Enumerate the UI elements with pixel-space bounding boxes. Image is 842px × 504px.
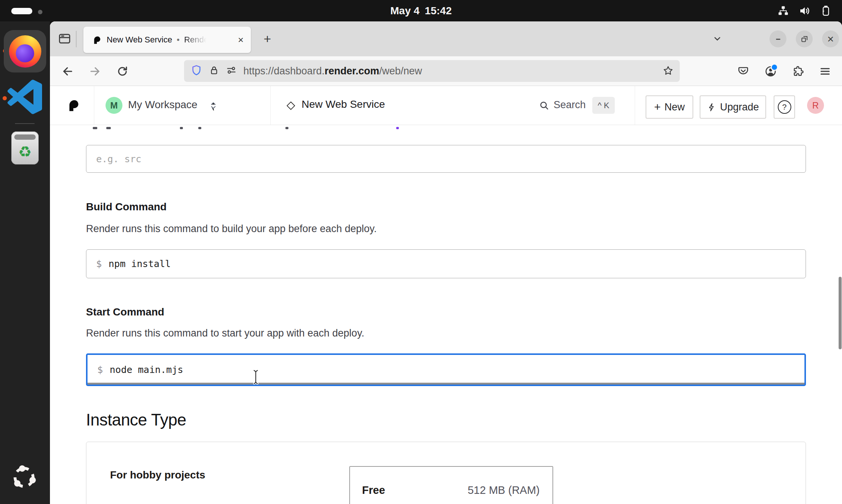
text-cursor	[252, 369, 259, 386]
reload-button[interactable]	[116, 65, 128, 77]
clipped-text-fragment	[106, 127, 111, 129]
menu-button[interactable]	[819, 65, 831, 77]
forward-button[interactable]	[89, 65, 101, 77]
clipped-link-fragment	[396, 127, 399, 129]
search-icon	[539, 100, 549, 111]
page-scrollbar-thumb[interactable]	[839, 277, 842, 349]
vscode-icon	[8, 80, 42, 114]
build-command-input[interactable]	[109, 258, 806, 269]
lock-icon[interactable]	[209, 65, 219, 77]
pocket-icon	[737, 65, 749, 77]
render-logo[interactable]	[66, 98, 80, 112]
url-domain: render.com	[324, 65, 379, 77]
window-close-button[interactable]: ×	[822, 30, 839, 47]
upgrade-button[interactable]: Upgrade	[700, 95, 766, 119]
build-command-heading: Build Command	[86, 201, 167, 213]
page-title: New Web Service	[302, 98, 385, 110]
battery-charging-icon	[821, 5, 831, 17]
instance-group-label: For hobby projects	[110, 469, 205, 481]
account-button[interactable]	[765, 65, 777, 77]
start-command-description: Render runs this command to start your a…	[86, 327, 364, 339]
window-minimize-button[interactable]	[770, 30, 786, 47]
url-text: https://dashboard.render.com/web/new	[243, 65, 422, 77]
shell-prompt: $	[97, 364, 103, 375]
dock-item-trash[interactable]: ♻	[11, 131, 39, 164]
header-divider	[94, 86, 94, 125]
start-command-input[interactable]	[110, 364, 804, 375]
bookmark-star-button[interactable]	[662, 65, 674, 78]
upgrade-button-label: Upgrade	[720, 101, 759, 113]
back-arrow-icon	[62, 65, 74, 77]
puzzle-icon	[792, 65, 804, 77]
clipped-text-fragment	[180, 127, 183, 129]
permissions-icon[interactable]	[226, 65, 237, 77]
tracking-protection-shield-icon[interactable]	[191, 65, 202, 77]
star-icon	[662, 65, 674, 76]
shell-prompt: $	[96, 258, 102, 269]
root-directory-field[interactable]	[86, 145, 806, 173]
url-bar[interactable]: https://dashboard.render.com/web/new	[184, 60, 680, 82]
dock: ♻	[0, 21, 50, 504]
dock-item-show-apps[interactable]	[9, 462, 39, 492]
ubuntu-logo-icon	[9, 462, 39, 492]
window-restore-button[interactable]	[796, 30, 813, 47]
build-command-field[interactable]: $	[86, 249, 806, 278]
new-button[interactable]: + New	[646, 95, 693, 119]
restore-icon	[800, 35, 809, 43]
system-status-area[interactable]	[777, 0, 831, 21]
browser-tab[interactable]: New Web Service • Rende ×	[83, 27, 251, 53]
search-label[interactable]: Search	[554, 99, 586, 111]
tab-bar-separator	[76, 31, 77, 47]
instance-type-heading: Instance Type	[86, 410, 186, 429]
search-button[interactable]	[539, 100, 549, 112]
back-button[interactable]	[62, 65, 74, 77]
workspace-selector[interactable]	[208, 101, 218, 112]
tab-bar: New Web Service • Rende × +	[50, 21, 842, 56]
start-command-heading: Start Command	[86, 306, 164, 318]
root-directory-input[interactable]	[96, 154, 806, 164]
search-shortcut-badge: ^ K	[592, 97, 615, 114]
help-button[interactable]: ?	[774, 95, 795, 119]
account-notification-badge	[771, 63, 778, 71]
reload-icon	[116, 65, 128, 77]
dock-divider	[15, 123, 35, 124]
tab-title-separator: •	[177, 35, 180, 45]
user-avatar[interactable]: R	[807, 97, 824, 114]
network-icon	[777, 5, 789, 16]
extensions-button[interactable]	[792, 65, 804, 77]
chevron-up-down-icon	[208, 101, 218, 110]
recycle-icon: ♻	[11, 143, 39, 161]
plus-icon: +	[654, 101, 661, 113]
new-button-label: New	[664, 101, 685, 113]
workspace-avatar[interactable]: M	[106, 97, 122, 114]
tab-close-button[interactable]: ×	[234, 33, 247, 46]
list-all-tabs-button[interactable]	[708, 29, 727, 48]
header-divider	[635, 86, 635, 125]
volume-icon	[799, 5, 811, 17]
navigation-bar: https://dashboard.render.com/web/new	[50, 56, 842, 86]
page-content: Build Command Render runs this command t…	[50, 125, 842, 504]
firefox-view-button[interactable]	[55, 29, 74, 48]
start-command-field[interactable]: $	[86, 353, 806, 386]
chevron-down-icon	[712, 33, 723, 44]
url-path: /web/new	[379, 65, 422, 77]
dock-item-firefox[interactable]	[4, 30, 46, 72]
pocket-button[interactable]	[737, 65, 749, 77]
clipped-text-fragment	[198, 127, 201, 129]
minimize-icon	[774, 35, 782, 43]
system-clock[interactable]: May 4 15:42	[390, 0, 451, 21]
instance-plan-card-free[interactable]: Free 512 MB (RAM)	[349, 466, 553, 504]
workspace-indicator-active[interactable]	[11, 8, 32, 14]
service-diamond-icon	[286, 101, 296, 112]
workspace-name[interactable]: My Workspace	[128, 99, 198, 111]
vscode-running-dot	[3, 96, 7, 100]
workspace-indicator-inactive[interactable]	[38, 10, 42, 14]
tab-title-text: New Web Service	[107, 35, 172, 45]
trash-lid	[14, 134, 36, 140]
new-tab-button[interactable]: +	[258, 29, 277, 48]
tab-title: New Web Service • Rende	[107, 35, 208, 45]
render-app-header: M My Workspace New Web Service	[50, 86, 842, 125]
dock-item-vscode[interactable]	[8, 80, 42, 114]
system-top-bar: May 4 15:42	[0, 0, 842, 21]
tab-title-cut: Rende	[184, 35, 208, 45]
